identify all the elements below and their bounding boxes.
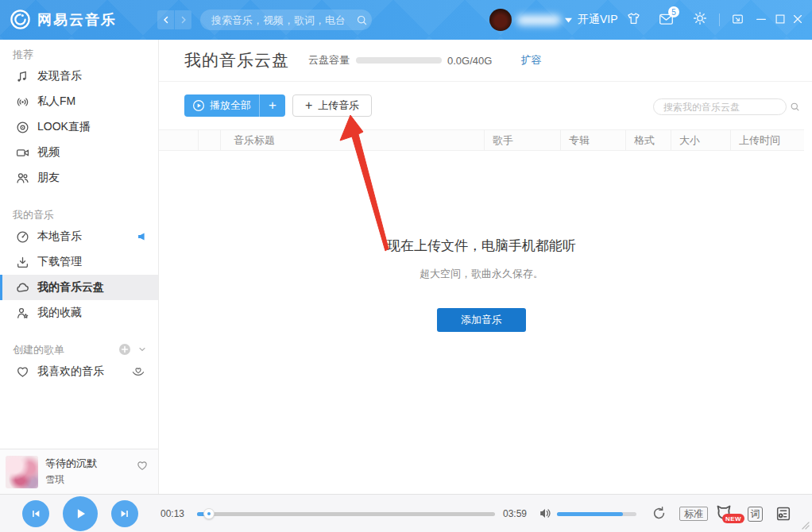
- volume-fill: [557, 512, 623, 516]
- music-note-icon: [16, 70, 29, 83]
- collapse-playlists-chevron-icon[interactable]: [137, 345, 147, 354]
- current-time: 00:13: [160, 508, 184, 519]
- seek-bar[interactable]: [197, 512, 495, 516]
- open-vip-link[interactable]: 开通VIP: [578, 13, 618, 27]
- add-playlist-icon[interactable]: [118, 343, 131, 356]
- sidebar-item-look-live[interactable]: LOOK直播: [0, 114, 158, 140]
- loop-mode-icon[interactable]: [652, 506, 667, 521]
- expand-capacity-link[interactable]: 扩容: [520, 53, 541, 67]
- empty-state: 现在上传文件，电脑手机都能听 超大空间，歌曲永久保存。 添加音乐: [159, 237, 804, 332]
- heartbeat-mode-icon[interactable]: [131, 366, 145, 377]
- sidebar-item-friends[interactable]: 朋友: [0, 165, 158, 191]
- download-icon: [16, 256, 29, 269]
- quality-selector-button[interactable]: 标准: [679, 507, 708, 521]
- sidebar-item-label: LOOK直播: [37, 120, 91, 134]
- live-stream-icon: [16, 121, 29, 134]
- play-button[interactable]: [63, 496, 98, 531]
- global-search-input[interactable]: [200, 14, 356, 26]
- table-header-select-col: [159, 130, 199, 150]
- collection-star-icon: [16, 306, 29, 320]
- sidebar-item-label: 我的收藏: [37, 306, 82, 320]
- sidebar-item-my-collection[interactable]: 我的收藏: [0, 300, 158, 326]
- upload-music-button[interactable]: + 上传音乐: [292, 94, 372, 117]
- sidebar-item-liked-music[interactable]: 我喜欢的音乐: [0, 359, 158, 384]
- main-content: 我的音乐云盘 云盘容量 0.0G/40G 扩容 播放全部 + +: [159, 40, 812, 494]
- cloud-icon: [16, 281, 29, 295]
- settings-gear-icon[interactable]: [693, 11, 707, 25]
- table-header-size: 大小: [671, 130, 731, 150]
- cloud-disk-search-input[interactable]: [654, 102, 790, 113]
- total-time: 03:59: [503, 508, 527, 519]
- close-icon[interactable]: [791, 13, 804, 25]
- message-count-badge: 5: [668, 6, 679, 17]
- song-table-header: 音乐标题 歌手 专辑 格式 大小 上传时间: [159, 129, 804, 151]
- volume-icon[interactable]: [539, 507, 553, 520]
- forward-button[interactable]: [175, 10, 191, 29]
- toolbar: 播放全部 + + 上传音乐: [159, 82, 812, 128]
- messages-icon[interactable]: 5: [658, 11, 675, 27]
- volume-slider[interactable]: [557, 512, 636, 516]
- album-art[interactable]: [6, 456, 38, 488]
- table-header-upload-time: 上传时间: [731, 130, 804, 150]
- lyrics-button[interactable]: 词: [748, 507, 763, 522]
- sidebar-item-label: 发现音乐: [37, 69, 82, 83]
- app-logo-icon: [10, 9, 31, 30]
- search-icon[interactable]: [356, 14, 368, 26]
- netease-cloud-music-window: 网易云音乐 开通VIP: [0, 0, 812, 532]
- local-music-icon: [16, 230, 29, 244]
- app-name: 网易云音乐: [37, 10, 117, 29]
- now-playing-speaker-icon: [137, 233, 145, 241]
- play-all-button[interactable]: 播放全部 +: [184, 94, 285, 117]
- playlist-queue-icon[interactable]: [775, 505, 792, 522]
- song-title: 等待的沉默: [45, 457, 97, 471]
- mini-mode-icon[interactable]: [731, 13, 744, 25]
- back-button[interactable]: [157, 10, 174, 29]
- friends-icon: [16, 172, 29, 185]
- next-track-button[interactable]: [111, 500, 138, 527]
- empty-state-headline: 现在上传文件，电脑手机都能听: [159, 237, 804, 255]
- sidebar-item-local-music[interactable]: 本地音乐: [0, 224, 158, 249]
- sidebar-item-video[interactable]: 视频: [0, 140, 158, 165]
- seek-thumb[interactable]: [203, 508, 215, 519]
- sidebar-item-download-manager[interactable]: 下载管理: [0, 249, 158, 275]
- sidebar-item-label: 本地音乐: [37, 229, 82, 244]
- chevron-down-icon[interactable]: [565, 17, 572, 23]
- history-nav: [157, 10, 191, 29]
- table-header-format: 格式: [626, 130, 671, 150]
- sidebar-item-label: 朋友: [37, 171, 60, 185]
- section-label-recommend: 推荐: [0, 40, 158, 64]
- section-label-my-music: 我的音乐: [0, 191, 158, 224]
- capacity-value: 0.0G/40G: [447, 55, 492, 67]
- sidebar-item-discover-music[interactable]: 发现音乐: [0, 64, 158, 89]
- add-music-button[interactable]: 添加音乐: [437, 308, 526, 332]
- resize-grip[interactable]: [802, 522, 810, 530]
- minimize-icon[interactable]: [755, 13, 768, 25]
- table-header-album: 专辑: [561, 130, 626, 150]
- table-header-index-col: [199, 130, 221, 150]
- user-avatar[interactable]: [489, 9, 512, 31]
- page-title: 我的音乐云盘: [184, 49, 289, 71]
- fm-radio-icon: [16, 95, 29, 109]
- play-circle-icon: [192, 99, 205, 112]
- sidebar-item-music-cloud-disk[interactable]: 我的音乐云盘: [0, 275, 158, 300]
- previous-track-button[interactable]: [22, 500, 49, 527]
- search-icon[interactable]: [790, 102, 800, 112]
- sidebar-item-personal-fm[interactable]: 私人FM: [0, 89, 158, 114]
- sidebar-menu: 推荐 发现音乐 私人FM LOOK直播: [0, 40, 158, 449]
- theme-skin-icon[interactable]: [626, 11, 641, 26]
- sound-effect-fox-icon[interactable]: NEW: [713, 503, 740, 526]
- titlebar: 网易云音乐 开通VIP: [0, 0, 812, 40]
- cloud-disk-search: [653, 98, 787, 115]
- add-all-to-playlist-button[interactable]: +: [260, 94, 285, 117]
- like-heart-icon[interactable]: [136, 460, 149, 472]
- maximize-icon[interactable]: [774, 13, 787, 25]
- username-blurred[interactable]: [516, 15, 561, 25]
- capacity-label: 云盘容量: [308, 53, 350, 67]
- global-search: [200, 10, 372, 30]
- table-header-artist: 歌手: [485, 130, 561, 150]
- upload-music-label: 上传音乐: [318, 98, 359, 113]
- section-label-created-playlists: 创建的歌单: [0, 326, 158, 359]
- now-playing-panel: 等待的沉默 雪琪: [0, 449, 158, 494]
- song-artist: 雪琪: [45, 473, 64, 487]
- page-header: 我的音乐云盘 云盘容量 0.0G/40G 扩容: [159, 40, 812, 82]
